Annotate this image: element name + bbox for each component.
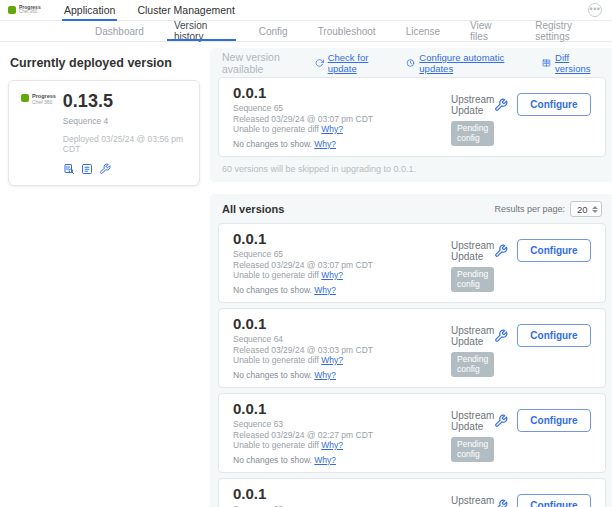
version-diff-status: Unable to generate diff Why? [233, 355, 451, 366]
diff-why-link[interactable]: Why? [321, 270, 343, 280]
tab-cluster-management[interactable]: Cluster Management [137, 0, 234, 21]
subnav-license[interactable]: License [391, 21, 455, 41]
changes-why-link[interactable]: Why? [314, 455, 336, 465]
preflight-checks-icon[interactable] [81, 163, 93, 175]
diff-versions-label: Diff versions [555, 52, 602, 74]
deploy-logs-icon[interactable] [63, 163, 75, 175]
deployed-version-card: Progress Chef 360 0.13.5 Sequence 4 Depl… [8, 80, 200, 186]
check-for-update-link[interactable]: Check for update [315, 52, 393, 74]
changes-status-text: No changes to show. [233, 455, 312, 465]
refresh-icon [315, 58, 324, 68]
version-released: Released 03/29/24 @ 02:27 pm CDT [233, 430, 451, 441]
results-per-page-select[interactable]: 20 [570, 201, 602, 217]
app-icon: Progress Chef 360 [21, 91, 56, 175]
check-for-update-label: Check for update [328, 52, 393, 74]
changes-status-text: No changes to show. [233, 285, 312, 295]
diff-why-link[interactable]: Why? [321, 440, 343, 450]
version-row: 0.0.1 Sequence 62 Released 03/29/24 @ 02… [218, 478, 606, 507]
diff-why-link[interactable]: Why? [321, 355, 343, 365]
changes-why-link[interactable]: Why? [314, 139, 336, 149]
deployed-version-timestamp: Deployed 03/25/24 @ 03:56 pm CDT [63, 134, 187, 154]
diff-why-link[interactable]: Why? [321, 124, 343, 134]
version-row: 0.0.1 Sequence 63 Released 03/29/24 @ 02… [218, 393, 606, 473]
app-header: Progress Chef 360 Application Cluster Ma… [0, 0, 612, 21]
edit-config-icon[interactable] [494, 98, 508, 112]
app-subnav: Dashboard Version history Config Trouble… [0, 21, 612, 42]
version-changes-status: No changes to show. Why? [233, 370, 451, 381]
deployed-version-number: 0.13.5 [63, 91, 187, 111]
edit-config-icon[interactable] [494, 329, 508, 343]
all-versions-heading: All versions [222, 203, 284, 215]
all-versions-panel: All versions Results per page: 20 [210, 194, 612, 507]
version-number: 0.0.1 [233, 84, 451, 101]
stepper-arrows-icon [592, 206, 598, 213]
new-version-panel: New version available Check for update C… [210, 48, 612, 182]
status-badge: Pending config [451, 267, 494, 292]
app-logo: Progress Chef 360 [8, 5, 42, 15]
version-number: 0.0.1 [233, 485, 451, 502]
changes-status-text: No changes to show. [233, 370, 312, 380]
subnav-dashboard[interactable]: Dashboard [80, 21, 159, 41]
configure-button[interactable]: Configure [517, 93, 590, 116]
version-diff-status: Unable to generate diff Why? [233, 124, 451, 135]
configure-automatic-updates-label: Configure automatic updates [419, 52, 528, 74]
diff-status-text: Unable to generate diff [233, 440, 319, 450]
results-per-page-label: Results per page: [494, 204, 565, 214]
version-released: Released 03/29/24 @ 03:07 pm CDT [233, 114, 451, 125]
configure-button[interactable]: Configure [517, 324, 590, 347]
configure-button[interactable]: Configure [517, 409, 590, 432]
more-menu-icon[interactable]: ••• [588, 3, 602, 17]
new-version-heading: New version available [222, 51, 315, 75]
subnav-version-history[interactable]: Version history [159, 21, 244, 41]
version-changes-status: No changes to show. Why? [233, 455, 451, 466]
status-badge: Pending config [451, 437, 494, 462]
version-row: 0.0.1 Sequence 64 Released 03/29/24 @ 03… [218, 308, 606, 388]
subnav-registry-settings[interactable]: Registry settings [520, 21, 612, 41]
version-sequence: Sequence 63 [233, 419, 451, 430]
diff-icon [542, 58, 551, 68]
subnav-config[interactable]: Config [244, 21, 303, 41]
version-source-label: Upstream Update [451, 240, 494, 262]
diff-versions-link[interactable]: Diff versions [542, 52, 601, 74]
version-sequence: Sequence 64 [233, 334, 451, 345]
changes-why-link[interactable]: Why? [314, 370, 336, 380]
diff-status-text: Unable to generate diff [233, 355, 319, 365]
version-changes-status: No changes to show. Why? [233, 285, 451, 296]
brand-logo-icon [8, 6, 16, 14]
brand-product: Chef 360 [32, 100, 56, 105]
deployed-version-heading: Currently deployed version [10, 56, 200, 70]
status-badge: Pending config [451, 352, 494, 377]
version-diff-status: Unable to generate diff Why? [233, 440, 451, 451]
changes-status-text: No changes to show. [233, 139, 312, 149]
brand-logo-icon [21, 94, 29, 102]
all-versions-row-list: 0.0.1 Sequence 65 Released 03/29/24 @ 03… [218, 223, 606, 507]
results-per-page-value: 20 [577, 204, 588, 215]
edit-config-icon[interactable] [494, 499, 508, 507]
configure-button[interactable]: Configure [517, 239, 590, 262]
diff-status-text: Unable to generate diff [233, 124, 319, 134]
version-number: 0.0.1 [233, 400, 451, 417]
subnav-view-files[interactable]: View files [455, 21, 520, 41]
status-badge: Pending config [451, 121, 494, 146]
new-version-row-list: 0.0.1 Sequence 65 Released 03/29/24 @ 03… [218, 77, 606, 157]
changes-why-link[interactable]: Why? [314, 285, 336, 295]
edit-config-icon[interactable] [494, 244, 508, 258]
edit-config-icon[interactable] [99, 163, 111, 175]
version-source-label: Upstream Update [451, 495, 494, 507]
tab-application[interactable]: Application [64, 0, 115, 21]
version-source-label: Upstream Update [451, 410, 494, 432]
skip-versions-notice: 60 versions will be skipped in upgrading… [218, 157, 606, 174]
version-diff-status: Unable to generate diff Why? [233, 270, 451, 281]
configure-button[interactable]: Configure [517, 494, 590, 507]
edit-config-icon[interactable] [494, 414, 508, 428]
version-released: Released 03/29/24 @ 03:07 pm CDT [233, 260, 451, 271]
version-sequence: Sequence 65 [233, 249, 451, 260]
diff-status-text: Unable to generate diff [233, 270, 319, 280]
version-number: 0.0.1 [233, 230, 451, 247]
version-changes-status: No changes to show. Why? [233, 139, 451, 150]
version-released: Released 03/29/24 @ 03:03 pm CDT [233, 345, 451, 356]
deployed-version-sequence: Sequence 4 [63, 116, 187, 126]
configure-automatic-updates-link[interactable]: Configure automatic updates [406, 52, 528, 74]
version-row: 0.0.1 Sequence 65 Released 03/29/24 @ 03… [218, 77, 606, 157]
subnav-troubleshoot[interactable]: Troubleshoot [303, 21, 391, 41]
